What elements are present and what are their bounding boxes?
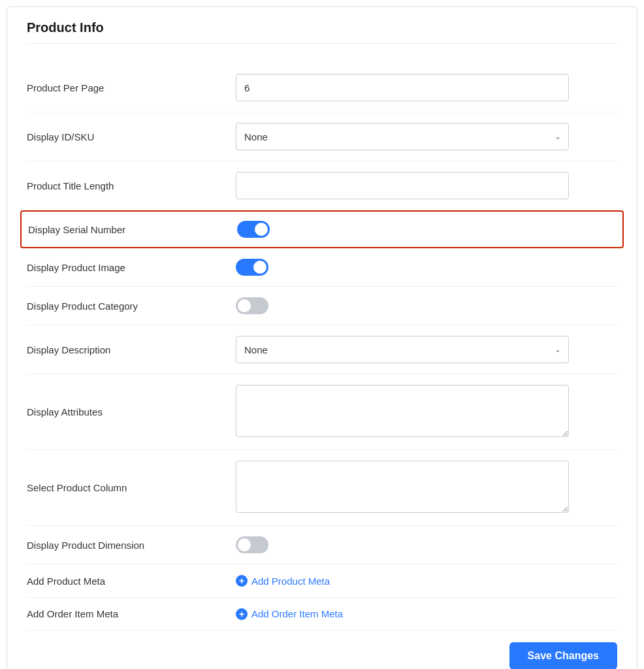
display-product-dimension-label: Display Product Dimension xyxy=(27,540,236,551)
display-product-dimension-row: Display Product Dimension xyxy=(27,526,617,564)
plus-icon-2: + xyxy=(236,608,248,620)
product-per-page-label: Product Per Page xyxy=(27,82,236,93)
display-product-image-toggle-container xyxy=(236,259,617,276)
add-order-item-meta-control: + Add Order Item Meta xyxy=(236,608,617,620)
display-product-dimension-toggle[interactable] xyxy=(236,536,268,553)
add-order-item-meta-link[interactable]: + Add Order Item Meta xyxy=(236,608,617,620)
display-product-category-toggle[interactable] xyxy=(236,297,268,314)
toggle-slider-on xyxy=(237,221,270,238)
display-serial-number-row: Display Serial Number xyxy=(20,210,624,248)
toggle-slider-category xyxy=(236,297,268,314)
product-title-length-row: Product Title Length xyxy=(27,161,617,210)
display-serial-number-label: Display Serial Number xyxy=(28,224,237,235)
toggle-slider-image xyxy=(236,259,268,276)
select-product-column-label: Select Product Column xyxy=(27,482,236,493)
display-serial-number-toggle-container xyxy=(237,221,616,238)
display-description-label: Display Description xyxy=(27,344,236,355)
display-product-dimension-toggle-container xyxy=(236,536,617,553)
add-product-meta-link[interactable]: + Add Product Meta xyxy=(236,575,617,587)
display-id-sku-label: Display ID/SKU xyxy=(27,131,236,142)
add-product-meta-label: Add Product Meta xyxy=(27,576,236,587)
display-id-sku-row: Display ID/SKU None ID SKU Both ⌄ xyxy=(27,112,617,161)
toggle-slider-dimension xyxy=(236,536,268,553)
display-serial-number-toggle[interactable] xyxy=(237,221,270,238)
save-changes-button[interactable]: Save Changes xyxy=(509,642,617,669)
display-description-select[interactable]: None Short Full xyxy=(236,336,569,363)
display-description-row: Display Description None Short Full ⌄ xyxy=(27,325,617,374)
select-product-column-control xyxy=(236,461,617,515)
display-product-image-label: Display Product Image xyxy=(27,262,236,273)
display-attributes-label: Display Attributes xyxy=(27,406,236,417)
display-product-category-row: Display Product Category xyxy=(27,287,617,325)
page-title: Product Info xyxy=(27,20,617,44)
display-id-sku-control: None ID SKU Both ⌄ xyxy=(236,123,617,150)
product-per-page-input[interactable] xyxy=(236,74,569,101)
add-order-item-meta-link-text: Add Order Item Meta xyxy=(251,608,343,619)
display-id-sku-select[interactable]: None ID SKU Both xyxy=(236,123,569,150)
product-title-length-input[interactable] xyxy=(236,172,569,199)
add-product-meta-link-text: Add Product Meta xyxy=(251,576,330,587)
add-order-item-meta-row: Add Order Item Meta + Add Order Item Met… xyxy=(27,598,617,630)
display-attributes-row: Display Attributes xyxy=(27,374,617,450)
display-attributes-input[interactable] xyxy=(236,385,569,437)
display-product-category-control xyxy=(236,297,617,314)
select-product-column-input[interactable] xyxy=(236,461,569,513)
display-description-select-wrapper: None Short Full ⌄ xyxy=(236,336,569,363)
display-id-sku-select-wrapper: None ID SKU Both ⌄ xyxy=(236,123,569,150)
page-wrapper: Product Info Product Per Page Display ID… xyxy=(7,7,637,669)
product-title-length-control xyxy=(236,172,617,199)
display-product-image-control xyxy=(236,259,617,276)
display-serial-number-control xyxy=(237,221,616,238)
product-per-page-row: Product Per Page xyxy=(27,63,617,112)
product-per-page-control xyxy=(236,74,617,101)
select-product-column-row: Select Product Column xyxy=(27,450,617,526)
display-product-image-row: Display Product Image xyxy=(27,248,617,287)
add-product-meta-control: + Add Product Meta xyxy=(236,575,617,587)
display-product-dimension-control xyxy=(236,536,617,553)
display-attributes-control xyxy=(236,385,617,439)
display-product-category-toggle-container xyxy=(236,297,617,314)
product-title-length-label: Product Title Length xyxy=(27,180,236,191)
add-order-item-meta-label: Add Order Item Meta xyxy=(27,608,236,619)
add-product-meta-row: Add Product Meta + Add Product Meta xyxy=(27,564,617,598)
plus-icon: + xyxy=(236,575,248,587)
display-product-image-toggle[interactable] xyxy=(236,259,268,276)
display-product-category-label: Display Product Category xyxy=(27,301,236,312)
display-description-control: None Short Full ⌄ xyxy=(236,336,617,363)
